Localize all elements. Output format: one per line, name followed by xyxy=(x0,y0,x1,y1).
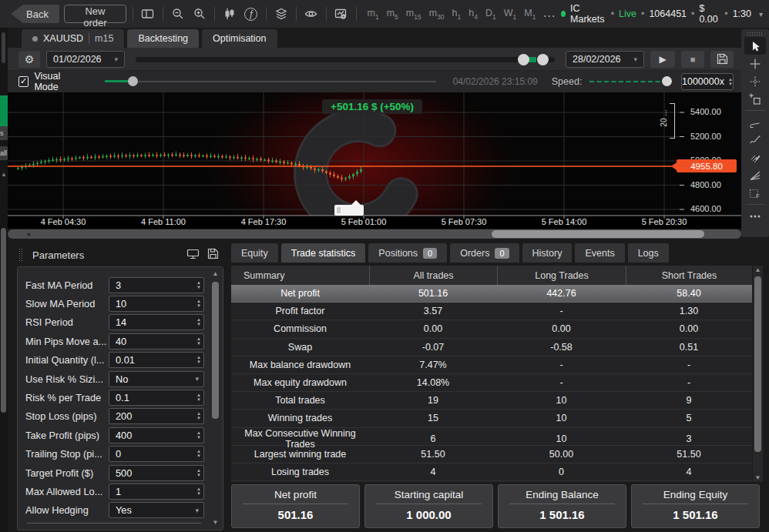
parameter-stepper[interactable]: 40▲▼ xyxy=(109,333,204,350)
play-button[interactable]: ▶ xyxy=(650,51,675,68)
scroll-down-icon[interactable]: ▼ xyxy=(755,473,761,482)
pointer-tool[interactable] xyxy=(744,37,766,55)
scroll-up-icon[interactable]: ▲ xyxy=(755,266,761,274)
stepper-arrows[interactable]: ▲▼ xyxy=(194,393,203,402)
tab-backtesting[interactable]: Backtesting xyxy=(127,29,199,48)
left-vertical-scrollbar[interactable] xyxy=(1,228,6,413)
scroll-left-icon[interactable]: ◂ xyxy=(26,229,30,239)
stepper-arrows[interactable]: ▲▼ xyxy=(194,318,203,326)
stepper-arrows[interactable]: ▲▼ xyxy=(194,431,203,440)
crosshair-tool[interactable] xyxy=(744,55,766,72)
scrollbar-thumb[interactable] xyxy=(212,282,219,419)
parameter-stepper[interactable]: 200▲▼ xyxy=(109,408,204,424)
parameter-select[interactable]: Yes▾ xyxy=(109,502,204,518)
table-row[interactable]: Total trades19109 xyxy=(231,392,752,410)
tab-optimisation[interactable]: Optimisation xyxy=(202,29,277,48)
parameter-select[interactable]: No▾ xyxy=(109,371,204,387)
start-date-select[interactable]: 01/02/2026 ▾ xyxy=(46,51,125,68)
layers-icon[interactable] xyxy=(273,5,290,23)
parameter-stepper[interactable]: 0.1▲▼ xyxy=(109,390,204,406)
shape-snap-tool[interactable] xyxy=(744,90,766,108)
more-timeframes-icon[interactable]: ... xyxy=(543,8,556,19)
price-chart[interactable]: 4 Feb 04:304 Feb 11:004 Feb 17:305 Feb 0… xyxy=(8,92,741,229)
parameter-stepper[interactable]: 1▲▼ xyxy=(109,483,204,500)
stepper-arrows[interactable]: ▲▼ xyxy=(194,281,203,289)
chart-type-icon[interactable] xyxy=(221,5,238,23)
stepper-arrows[interactable]: ▲▼ xyxy=(194,487,203,496)
table-row[interactable]: Commission0.000.000.00 xyxy=(231,320,752,338)
scrollbar-thumb[interactable] xyxy=(492,230,704,238)
save-parameters-icon[interactable] xyxy=(207,248,219,262)
tab-history[interactable]: History xyxy=(522,243,573,263)
speed-slider[interactable] xyxy=(589,76,672,87)
table-row[interactable]: Max equity drawdown14.08%-- xyxy=(231,374,752,392)
end-date-select[interactable]: 28/02/2026 ▾ xyxy=(566,51,644,68)
parameter-stepper[interactable]: 400▲▼ xyxy=(109,427,204,443)
save-backtest-button[interactable] xyxy=(710,51,734,68)
timeframe-m5[interactable]: m5 xyxy=(387,8,398,21)
tab-positions[interactable]: Positions0 xyxy=(368,243,447,263)
date-range-slider[interactable] xyxy=(136,51,555,68)
scroll-up-icon[interactable]: ▲ xyxy=(0,171,8,178)
speed-handle[interactable] xyxy=(662,76,672,86)
table-row[interactable]: Largest winning trade51.5050.0051.50 xyxy=(231,446,752,463)
speed-stepper[interactable]: 1000000x ▲▼ xyxy=(681,73,734,90)
parameter-stepper[interactable]: 3▲▼ xyxy=(109,277,204,293)
drag-handle-icon[interactable] xyxy=(747,32,764,35)
table-row[interactable]: Swap-0.07-0.580.51 xyxy=(231,339,752,356)
account-selector[interactable]: IC Markets • Live • 1064451 • $ 0.00 • 1… xyxy=(561,3,763,25)
zoom-out-icon[interactable] xyxy=(170,5,186,23)
table-row[interactable]: Profit factor3.57-1.30 xyxy=(231,303,752,320)
table-row[interactable]: Winning trades15105 xyxy=(231,410,752,427)
chart-horizontal-scrollbar[interactable]: ◂ xyxy=(8,229,741,239)
tab-logs[interactable]: Logs xyxy=(628,243,669,263)
parameter-stepper[interactable]: 500▲▼ xyxy=(109,465,204,481)
range-handle-left[interactable] xyxy=(518,54,529,65)
table-row[interactable]: Net profit501.16442.7658.40 xyxy=(231,285,752,303)
stepper-arrows[interactable]: ▲▼ xyxy=(194,450,203,458)
load-parameters-icon[interactable] xyxy=(186,248,200,262)
parameter-stepper[interactable]: 10▲▼ xyxy=(109,296,204,312)
tab-events[interactable]: Events xyxy=(575,243,624,263)
fib-channel-tool[interactable]: F xyxy=(744,184,766,202)
backtest-settings-button[interactable]: ⚙ xyxy=(18,51,40,68)
stepper-arrows[interactable]: ▲▼ xyxy=(194,469,203,477)
stop-button[interactable]: ■ xyxy=(681,51,704,68)
visibility-icon[interactable] xyxy=(303,5,320,23)
parameter-stepper[interactable]: 0▲▼ xyxy=(109,446,204,462)
stepper-arrows[interactable]: ▲▼ xyxy=(194,337,203,346)
freehand-tool[interactable] xyxy=(744,131,766,149)
layout-icon[interactable] xyxy=(139,5,156,23)
timeframe-m30[interactable]: m30 xyxy=(429,8,445,21)
timeframe-D1[interactable]: D1 xyxy=(485,8,496,21)
zoom-in-icon[interactable] xyxy=(191,5,208,23)
timeframe-m15[interactable]: m15 xyxy=(406,8,421,21)
stepper-arrows[interactable]: ▲▼ xyxy=(726,78,735,86)
timeframe-m1[interactable]: m1 xyxy=(368,8,379,21)
parameter-stepper[interactable]: 14▲▼ xyxy=(109,314,204,330)
drag-handle-icon[interactable] xyxy=(18,248,23,262)
scroll-up-icon[interactable]: ▲ xyxy=(213,270,219,278)
tab-equity[interactable]: Equity xyxy=(231,243,278,263)
parameter-stepper[interactable]: 0.01▲▼ xyxy=(109,352,204,368)
indicators-icon[interactable]: ƒ xyxy=(243,5,260,23)
playback-position-marker[interactable] xyxy=(334,205,364,216)
more-tool[interactable] xyxy=(744,207,766,225)
timeframe-M1[interactable]: M1 xyxy=(524,8,536,21)
progress-handle[interactable] xyxy=(128,76,138,86)
range-handle-right[interactable] xyxy=(537,54,549,65)
tab-trade-statistics[interactable]: Trade statistics xyxy=(281,243,366,263)
scrollbar-thumb[interactable] xyxy=(754,276,761,452)
playback-progress-slider[interactable] xyxy=(105,76,436,87)
visual-mode-checkbox[interactable]: ✓ xyxy=(18,76,29,87)
timeframe-W1[interactable]: W1 xyxy=(504,8,517,21)
brush-tool[interactable] xyxy=(744,149,766,166)
stepper-arrows[interactable]: ▲▼ xyxy=(194,299,203,308)
table-row[interactable]: Max Consecutive Winning Trades6103 xyxy=(231,428,752,446)
tab-orders[interactable]: Orders0 xyxy=(450,243,519,263)
back-button[interactable]: Back xyxy=(11,5,59,23)
scroll-down-icon[interactable]: ▼ xyxy=(213,519,219,527)
stepper-arrows[interactable]: ▲▼ xyxy=(194,356,203,364)
chart-settings-icon[interactable] xyxy=(333,5,350,23)
table-row[interactable]: Losing trades404 xyxy=(231,463,752,481)
